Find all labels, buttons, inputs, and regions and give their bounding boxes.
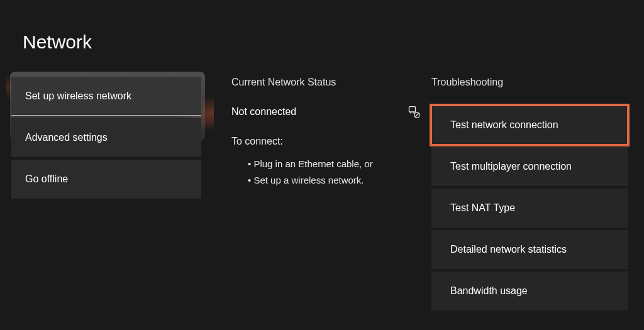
menu-item-label: Go offline	[25, 173, 68, 185]
connect-header: To connect:	[231, 136, 420, 147]
menu-item-advanced-settings[interactable]: Advanced settings	[11, 118, 201, 157]
troubleshoot-test-multiplayer[interactable]: Test multiplayer connection	[431, 147, 628, 186]
troubleshooting-header: Troubleshooting	[431, 77, 628, 88]
troubleshoot-bandwidth[interactable]: Bandwidth usage	[431, 272, 628, 311]
status-header: Current Network Status	[231, 77, 420, 88]
troubleshoot-item-label: Test NAT Type	[450, 202, 515, 214]
ethernet-disconnected-icon	[408, 106, 420, 118]
troubleshoot-test-nat[interactable]: Test NAT Type	[431, 189, 628, 228]
svg-rect-0	[409, 107, 416, 112]
menu-item-setup-wireless[interactable]: Set up wireless network	[11, 77, 201, 116]
troubleshoot-item-label: Detailed network statistics	[450, 244, 567, 255]
page-title: Network	[23, 31, 92, 53]
troubleshoot-test-network[interactable]: Test network connection	[431, 106, 628, 145]
troubleshoot-item-label: Test multiplayer connection	[450, 161, 572, 172]
troubleshoot-detailed-stats[interactable]: Detailed network statistics	[431, 230, 628, 269]
connect-tip: Plug in an Ethernet cable, or	[248, 156, 420, 172]
status-value: Not connected	[231, 106, 401, 118]
network-actions-menu: Set up wireless network Advanced setting…	[11, 77, 201, 201]
troubleshooting-panel: Troubleshooting Test network connection …	[431, 77, 628, 313]
connect-tip: Set up a wireless network.	[248, 172, 420, 189]
menu-item-go-offline[interactable]: Go offline	[11, 160, 201, 199]
troubleshoot-item-label: Test network connection	[450, 119, 558, 131]
connect-tips: Plug in an Ethernet cable, or Set up a w…	[231, 156, 420, 188]
menu-item-label: Advanced settings	[25, 132, 108, 143]
menu-item-label: Set up wireless network	[25, 91, 131, 102]
troubleshoot-item-label: Bandwidth usage	[450, 285, 528, 297]
network-status-panel: Current Network Status Not connected To …	[231, 77, 420, 188]
